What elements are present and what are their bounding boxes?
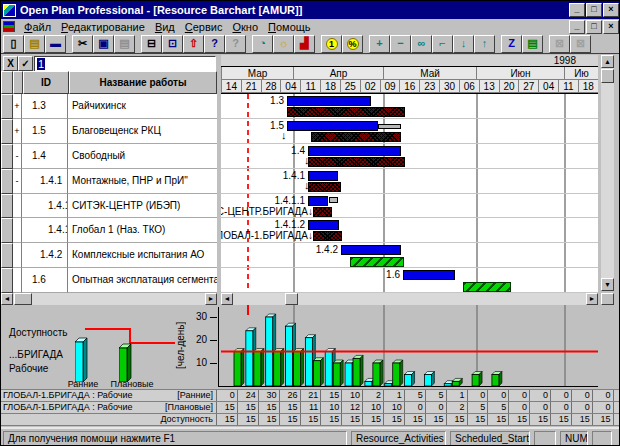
menu-item-помощь[interactable]: Помощь	[263, 21, 316, 33]
expander-cell[interactable]	[13, 218, 22, 243]
activity-name-cell[interactable]: Райчихинск	[68, 94, 217, 119]
activity-name-cell[interactable]: Свободный	[68, 144, 217, 169]
id-column-header[interactable]: ID работы	[23, 71, 69, 94]
gantt-scroll-left-icon[interactable]: ◄	[221, 293, 233, 305]
expander-cell[interactable]: +	[13, 94, 22, 119]
table-scroll-left-icon[interactable]: ◄	[1, 293, 13, 305]
cut-icon[interactable]: ✂	[72, 35, 93, 53]
row-header[interactable]	[1, 169, 13, 194]
histogram-icon[interactable]: ▟	[294, 35, 315, 53]
row-header[interactable]	[1, 243, 13, 268]
activity-id-cell[interactable]: 1.4.2	[22, 243, 68, 268]
gantt-hscroll-thumb[interactable]	[285, 293, 298, 305]
gantt-bar-float[interactable]	[378, 124, 401, 129]
name-column-header[interactable]: Название работы	[69, 71, 217, 94]
activity-id-cell[interactable]: 1.4.1	[22, 218, 68, 243]
menu-item-окно[interactable]: Окно	[227, 21, 263, 33]
row-header[interactable]	[1, 144, 13, 169]
add-activity-icon[interactable]: +	[369, 35, 390, 53]
close-button[interactable]: ×	[603, 3, 619, 17]
table-row[interactable]: +1.3Райчихинск	[1, 94, 217, 119]
expander-cell[interactable]	[13, 268, 22, 293]
scroll-up-icon[interactable]: ▲	[601, 55, 614, 68]
gantt-bar-early[interactable]	[308, 171, 338, 181]
activity-id-cell[interactable]: 1.4.1	[22, 169, 68, 194]
activity-id-cell[interactable]: 1.3	[22, 94, 68, 119]
save-icon[interactable]: ▬	[45, 35, 66, 53]
gantt-bar-baseline[interactable]	[287, 107, 405, 117]
scroll-down-icon[interactable]: ▼	[601, 278, 614, 291]
table-row[interactable]: +1.5Благовещенск РКЦ	[1, 119, 217, 144]
gantt-bar-early[interactable]	[403, 270, 455, 280]
menu-item-файл[interactable]: Файл	[19, 21, 56, 33]
expander-cell[interactable]	[13, 243, 22, 268]
child-minimize-button[interactable]: _	[569, 20, 585, 34]
resource-schedule-icon[interactable]: ☼	[273, 35, 294, 53]
gantt-scroll-right-icon[interactable]: ►	[586, 293, 598, 305]
vertical-scroll-thumb[interactable]	[601, 69, 614, 83]
update-icon[interactable]: ⇧	[183, 35, 204, 53]
link-activities-icon[interactable]: ∞	[411, 35, 432, 53]
table-scroll-right-icon[interactable]: ►	[205, 293, 217, 305]
expander-cell[interactable]: -	[13, 144, 22, 169]
table-row[interactable]: 1.6Опытная эксплатация сегмента	[1, 268, 217, 293]
menu-item-вид[interactable]: Вид	[150, 21, 180, 33]
table-hscroll-thumb[interactable]	[14, 293, 32, 305]
child-restore-button[interactable]: □	[586, 20, 602, 34]
demote-icon[interactable]: ↓	[453, 35, 474, 53]
activity-name-cell[interactable]: Глобал 1 (Наз. ТКО)	[68, 218, 217, 243]
row-header[interactable]	[1, 218, 13, 243]
activity-id-cell[interactable]: 1.4	[22, 144, 68, 169]
row-header[interactable]	[1, 268, 13, 293]
delete-activity-icon[interactable]: −	[390, 35, 411, 53]
print-preview-icon[interactable]: ⊡	[162, 35, 183, 53]
table-row[interactable]: -1.4.1Монтажные, ПНР и ПрИ"	[1, 169, 217, 194]
gantt-bar-baseline[interactable]	[308, 182, 341, 192]
vertical-scrollbar[interactable]	[601, 55, 614, 291]
table-row[interactable]: 1.4.2Комплексные испытания АО	[1, 243, 217, 268]
activity-name-cell[interactable]: Благовещенск РКЦ	[68, 119, 217, 144]
row-header[interactable]	[1, 119, 13, 144]
gantt-bar-baseline[interactable]	[311, 132, 401, 142]
table-row[interactable]: -1.4Свободный	[1, 144, 217, 169]
table-row[interactable]: 1.4.1СИТЭК-ЦЕНТР (ИБЭП)	[1, 194, 217, 219]
unlink-activities-icon[interactable]: ⌐	[432, 35, 453, 53]
activity-id-cell[interactable]: 1.6	[22, 268, 68, 293]
time-analysis-clock-icon[interactable]: ◔	[252, 35, 273, 53]
gantt-bar-early[interactable]	[308, 220, 339, 230]
gantt-bar-early[interactable]	[308, 196, 328, 206]
gantt-bar-early[interactable]	[287, 121, 378, 131]
open-folder-icon[interactable]: ▤	[24, 35, 45, 53]
accept-edit-button[interactable]: ✓	[18, 56, 33, 71]
activity-name-cell[interactable]: Комплексные испытания АО	[68, 243, 217, 268]
table-row[interactable]: 1.4.1Глобал 1 (Наз. ТКО)	[1, 218, 217, 243]
zoom-z-icon[interactable]: Z	[501, 35, 522, 53]
activity-name-cell[interactable]: Монтажные, ПНР и ПрИ"	[68, 169, 217, 194]
gantt-hscrollbar[interactable]	[221, 293, 598, 305]
expander-cell[interactable]	[13, 194, 22, 219]
expander-cell[interactable]: +	[13, 119, 22, 144]
print-icon[interactable]: ⊟	[141, 35, 162, 53]
child-close-button[interactable]: ×	[603, 20, 619, 34]
cancel-edit-button[interactable]: X	[3, 56, 18, 71]
table-hscrollbar[interactable]	[1, 293, 217, 305]
expander-cell[interactable]: -	[13, 169, 22, 194]
new-icon[interactable]: ▯	[3, 35, 24, 53]
gantt-bar-float[interactable]	[329, 197, 338, 203]
gantt-bar-baseline[interactable]	[308, 157, 405, 167]
row-header[interactable]	[1, 194, 13, 219]
promote-icon[interactable]: ↑	[474, 35, 495, 53]
gantt-bar-early[interactable]	[341, 245, 401, 255]
view-table-icon[interactable]: ▤	[522, 35, 543, 53]
percent-complete-icon[interactable]: %	[342, 35, 363, 53]
gantt-bar-scheduled[interactable]	[350, 257, 404, 267]
menu-item-сервис[interactable]: Сервис	[180, 21, 228, 33]
cell-edit-input[interactable]: 1	[34, 56, 216, 72]
activity-name-cell[interactable]: СИТЭК-ЦЕНТР (ИБЭП)	[68, 194, 217, 219]
copy-icon[interactable]: ▣	[93, 35, 114, 53]
gantt-bar-early[interactable]	[287, 96, 371, 106]
activity-id-cell[interactable]: 1.5	[22, 119, 68, 144]
row-header[interactable]	[1, 94, 13, 119]
restore-button[interactable]: □	[586, 3, 602, 17]
gantt-bar-scheduled[interactable]	[463, 282, 511, 292]
